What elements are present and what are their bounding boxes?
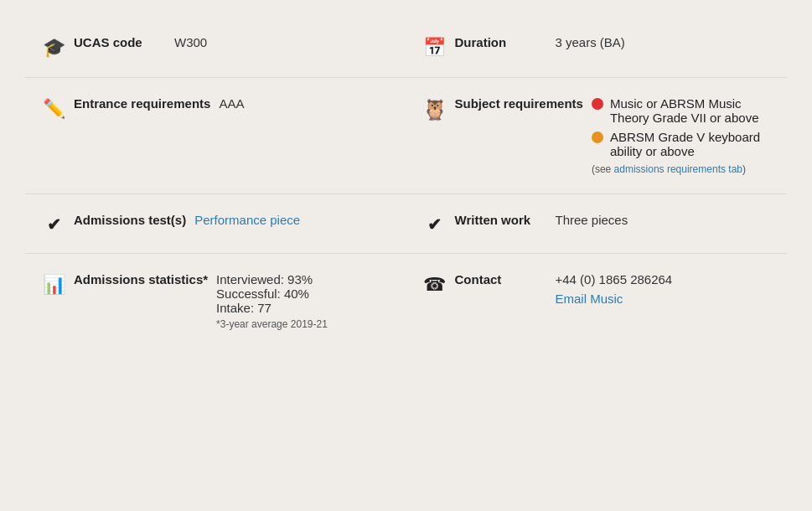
- entrance-req-cell: ✏️ Entrance requirements AAA: [25, 78, 406, 194]
- checkmark-icon-written: ✔: [415, 213, 455, 235]
- ucas-code-value: W300: [174, 35, 207, 49]
- performance-piece-link[interactable]: Performance piece: [194, 213, 300, 227]
- subject-req-cell: 🦉 Subject requirements Music or ABRSM Mu…: [406, 78, 788, 194]
- calendar-icon: 📅: [415, 35, 455, 59]
- subject-req-text-2: ABRSM Grade V keyboard ability or above: [610, 130, 772, 158]
- phone-icon: ☎: [415, 272, 455, 296]
- duration-cell: 📅 Duration 3 years (BA): [406, 17, 788, 78]
- admissions-stats-label: Admissions statistics*: [74, 272, 208, 286]
- pencil-icon: ✏️: [34, 96, 74, 120]
- admissions-stats-cell: 📊 Admissions statistics* Interviewed: 93…: [25, 254, 406, 348]
- written-work-label: Written work: [455, 213, 547, 227]
- stat-successful: Successful: 40%: [216, 286, 328, 301]
- admissions-test-value: Performance piece: [194, 213, 300, 227]
- subject-req-values: Music or ABRSM Music Theory Grade VII or…: [592, 96, 772, 175]
- admissions-req-link[interactable]: admissions requirements tab: [614, 163, 742, 175]
- contact-phone: +44 (0) 1865 286264: [556, 272, 673, 286]
- orange-dot-icon: [592, 132, 603, 143]
- written-work-cell: ✔ Written work Three pieces: [406, 194, 788, 254]
- admissions-note: (see admissions requirements tab): [592, 163, 772, 175]
- subject-req-item-2: ABRSM Grade V keyboard ability or above: [592, 130, 772, 158]
- admissions-test-label: Admissions test(s): [74, 213, 186, 227]
- entrance-req-label: Entrance requirements: [74, 96, 210, 111]
- owl-icon: 🦉: [415, 96, 455, 121]
- email-music-link[interactable]: Email Music: [556, 292, 623, 306]
- subject-req-label: Subject requirements: [455, 96, 583, 111]
- graduation-cap-icon: 🎓: [34, 35, 74, 59]
- stats-note: *3-year average 2019-21: [216, 318, 328, 330]
- contact-cell: ☎ Contact +44 (0) 1865 286264 Email Musi…: [406, 254, 788, 348]
- duration-value: 3 years (BA): [556, 35, 625, 49]
- admissions-stats-values: Interviewed: 93% Successful: 40% Intake:…: [216, 272, 328, 330]
- stat-interviewed: Interviewed: 93%: [216, 272, 328, 286]
- duration-label: Duration: [455, 35, 547, 49]
- checkmark-icon-admissions: ✔: [34, 213, 74, 235]
- admissions-test-cell: ✔ Admissions test(s) Performance piece: [25, 194, 406, 254]
- contact-values: +44 (0) 1865 286264 Email Music: [556, 272, 673, 306]
- written-work-value: Three pieces: [556, 213, 628, 227]
- info-grid: 🎓 UCAS code W300 📅 Duration 3 years (BA)…: [25, 17, 787, 348]
- entrance-req-value: AAA: [219, 96, 244, 111]
- contact-label: Contact: [455, 272, 547, 286]
- bar-chart-icon: 📊: [34, 272, 74, 296]
- ucas-code-label: UCAS code: [74, 35, 166, 49]
- red-dot-icon: [592, 98, 603, 110]
- subject-req-text-1: Music or ABRSM Music Theory Grade VII or…: [610, 96, 772, 125]
- subject-req-item-1: Music or ABRSM Music Theory Grade VII or…: [592, 96, 772, 125]
- ucas-code-cell: 🎓 UCAS code W300: [25, 17, 406, 78]
- stat-intake: Intake: 77: [216, 301, 328, 315]
